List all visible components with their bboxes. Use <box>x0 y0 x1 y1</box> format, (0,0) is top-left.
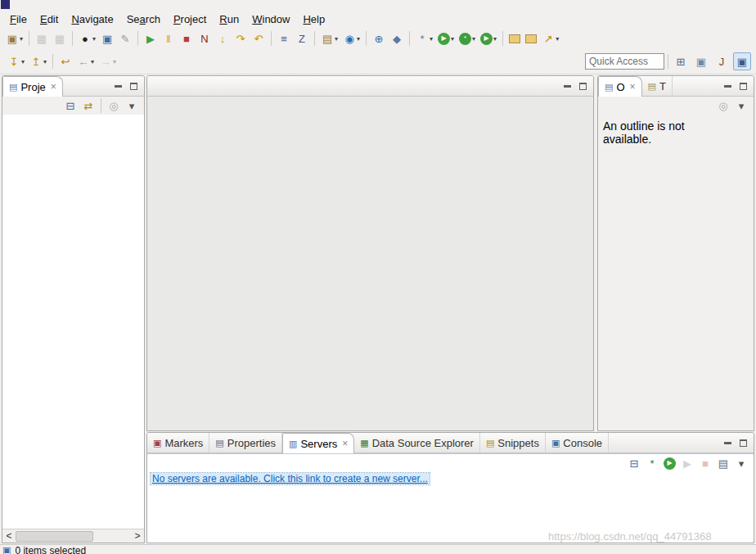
menu-file[interactable]: File <box>3 11 34 28</box>
search-icon: ◆ <box>390 32 403 45</box>
focus-button[interactable]: ◎ <box>714 97 732 115</box>
tab-snippets[interactable]: ▤Snippets <box>480 433 546 453</box>
next-annotation-dropdown-arrow[interactable]: ▾ <box>21 58 25 65</box>
annotations-dropdown-arrow[interactable]: ▾ <box>430 35 433 43</box>
terminate-button[interactable]: ■ <box>178 29 196 47</box>
last-edit-location-button[interactable]: ↩ <box>56 52 74 70</box>
scroll-left-icon[interactable]: < <box>2 530 16 542</box>
minimize-button[interactable] <box>724 85 731 88</box>
perspective-java-button[interactable]: J <box>713 52 731 70</box>
last-edit-location-icon: ↩ <box>59 55 72 68</box>
toolbar-separator <box>502 31 503 46</box>
external-tools-dropdown-arrow[interactable]: ▾ <box>493 35 497 43</box>
back-dropdown-arrow[interactable]: ▾ <box>91 58 94 65</box>
collapse-all-icon: ⊟ <box>64 99 77 112</box>
open-perspective-button[interactable]: ⊞ <box>672 52 690 70</box>
close-icon[interactable]: × <box>51 81 56 92</box>
open-perspective-icon: ⊞ <box>674 55 687 68</box>
menu-help[interactable]: Help <box>296 11 331 28</box>
publish-icon: ▤ <box>717 457 730 470</box>
focus-button[interactable]: ◎ <box>105 97 123 115</box>
close-icon[interactable]: × <box>630 81 636 92</box>
new-wizard-dropdown-arrow[interactable]: ▾ <box>20 35 23 43</box>
suspend-button[interactable]: ‖ <box>160 29 178 47</box>
tab-markers[interactable]: ▣Markers <box>147 433 209 453</box>
minimize-button[interactable] <box>724 442 731 444</box>
new-wizard-button[interactable]: ▣▾ <box>3 29 25 47</box>
wand-dropdown-arrow[interactable]: ▾ <box>556 35 559 43</box>
view-menu-button[interactable]: ▾ <box>732 454 750 472</box>
debug-server-button[interactable]: * <box>643 454 661 472</box>
scroll-right-icon[interactable]: > <box>131 530 144 542</box>
menu-edit[interactable]: Edit <box>34 11 65 28</box>
menu-run[interactable]: Run <box>213 11 245 28</box>
tab-proje[interactable]: ▤Proje× <box>2 76 63 97</box>
external-tools-button[interactable]: ▶▾ <box>478 29 499 47</box>
menu-navigate[interactable]: Navigate <box>65 11 119 28</box>
run-dropdown-arrow[interactable]: ▾ <box>451 35 454 43</box>
view-menu-button[interactable]: ▾ <box>732 97 750 115</box>
run-on-server-button[interactable]: ◉▾ <box>340 29 362 47</box>
maximize-button[interactable] <box>740 439 747 447</box>
forward-dropdown-arrow[interactable]: ▾ <box>113 58 116 65</box>
search-button[interactable]: ◆ <box>388 29 406 47</box>
new-servlet-button[interactable]: ▤▾ <box>318 29 340 47</box>
tab-properties[interactable]: ▤Properties <box>209 433 282 453</box>
link-editor-button[interactable]: ⇄ <box>79 97 97 115</box>
resume-button[interactable]: ▶ <box>142 29 160 47</box>
run-button[interactable]: ▶▾ <box>435 29 457 47</box>
create-server-link[interactable]: No servers are available. Click this lin… <box>151 473 430 484</box>
step-filters-button[interactable]: Z <box>293 29 311 47</box>
record-dropdown-arrow[interactable]: ▾ <box>92 35 96 43</box>
horizontal-scrollbar[interactable]: < > <box>2 529 144 543</box>
new-servlet-dropdown-arrow[interactable]: ▾ <box>335 35 338 43</box>
next-annotation-button[interactable]: ↧▾ <box>5 52 27 70</box>
menu-search[interactable]: Search <box>120 11 167 28</box>
minimize-button[interactable] <box>115 85 122 88</box>
debug-button[interactable]: *▾ <box>457 29 478 47</box>
step-into-button[interactable]: ↓ <box>214 29 232 47</box>
perspective-javaee-button[interactable]: ▣ <box>733 52 751 70</box>
open-file-button[interactable] <box>506 29 523 47</box>
open-folder-button[interactable] <box>523 29 539 47</box>
previous-annotation-button[interactable]: ↥▾ <box>27 52 49 70</box>
project-explorer-tree[interactable] <box>2 115 144 529</box>
minimize-button[interactable] <box>564 85 571 88</box>
maximize-button[interactable] <box>740 83 747 90</box>
start-server-button[interactable]: ▶ <box>661 454 678 472</box>
menu-project[interactable]: Project <box>167 11 213 28</box>
maximize-icon <box>740 83 747 90</box>
disconnect-button[interactable]: N <box>196 29 214 47</box>
tab-servers[interactable]: ▥Servers× <box>282 433 354 453</box>
run-on-server-dropdown-arrow[interactable]: ▾ <box>357 35 360 43</box>
collapse-all-button[interactable]: ⊟ <box>625 454 643 472</box>
editor-content[interactable] <box>147 97 593 430</box>
web-browser-button[interactable]: ⊕ <box>370 29 388 47</box>
previous-annotation-dropdown-arrow[interactable]: ▾ <box>43 58 47 65</box>
menu-window[interactable]: Window <box>245 11 296 28</box>
tab-t[interactable]: ▤T <box>642 76 673 96</box>
close-icon[interactable]: × <box>342 438 348 449</box>
quick-access-input[interactable] <box>585 53 664 70</box>
scrollbar-thumb[interactable] <box>16 531 93 542</box>
step-return-button[interactable]: ↶ <box>250 29 268 47</box>
perspective-debug-button[interactable]: ▣ <box>692 52 710 70</box>
debug-dropdown-arrow[interactable]: ▾ <box>472 35 475 43</box>
record-button[interactable]: ●▾ <box>76 29 98 47</box>
collapse-all-button[interactable]: ⊟ <box>61 97 79 115</box>
menubar: FileEditNavigateSearchProjectRunWindowHe… <box>0 10 756 28</box>
open-console-button[interactable]: ▣ <box>98 29 116 47</box>
tab-console[interactable]: ▣Console <box>546 433 609 453</box>
back-button[interactable]: ←▾ <box>74 52 97 70</box>
tab-data-source-explorer[interactable]: ▦Data Source Explorer <box>354 433 480 453</box>
skip-breakpoints-button[interactable]: ≡ <box>275 29 293 47</box>
annotations-button[interactable]: *▾ <box>413 29 435 47</box>
maximize-button[interactable] <box>579 83 587 90</box>
tab-o[interactable]: ▤O× <box>598 76 642 97</box>
view-menu-button[interactable]: ▾ <box>123 97 141 115</box>
maximize-button[interactable] <box>130 83 137 90</box>
wand-button[interactable]: ↗▾ <box>539 29 561 47</box>
step-over-button[interactable]: ↷ <box>232 29 250 47</box>
publish-button[interactable]: ▤ <box>714 454 732 472</box>
pin-editor-button[interactable]: ✎ <box>116 29 134 47</box>
